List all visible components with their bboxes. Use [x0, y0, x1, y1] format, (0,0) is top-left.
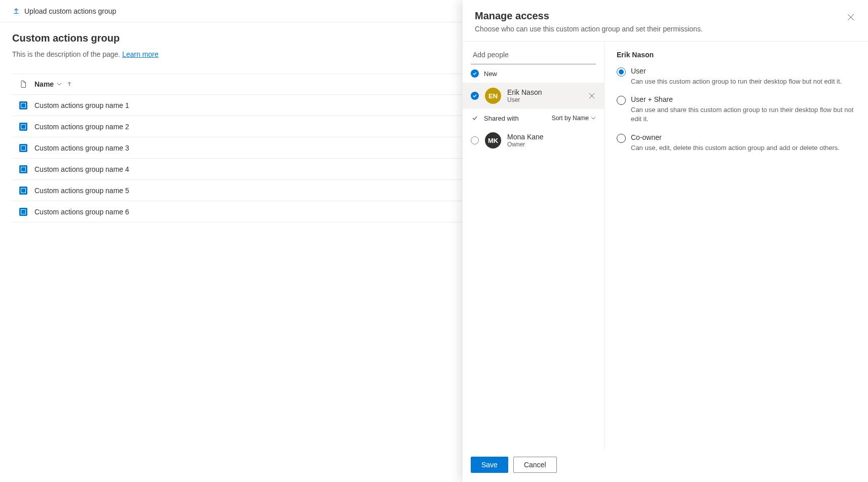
permission-label: User + Share: [631, 95, 856, 103]
permission-description: Can use this custom action group to run …: [631, 77, 842, 86]
permission-option-usershare[interactable]: User + Share Can use and share this cust…: [617, 95, 856, 124]
custom-action-icon: [19, 208, 27, 216]
row-name: Custom actions group name 1: [34, 101, 129, 109]
radio-icon: [617, 134, 626, 143]
person-role: User: [507, 96, 542, 103]
permission-label: User: [631, 67, 842, 75]
column-name-label: Name: [34, 80, 54, 88]
add-people-input[interactable]: [471, 46, 596, 64]
document-icon: [19, 80, 27, 88]
person-text: Mona Kane Owner: [507, 133, 544, 148]
person-role: Owner: [507, 141, 544, 148]
person-name: Erik Nason: [507, 88, 542, 96]
row-name: Custom actions group name 2: [34, 123, 129, 131]
manage-access-panel: Manage access Choose who can use this cu…: [463, 0, 868, 482]
shared-with-section-header[interactable]: Shared with Sort by Name: [463, 109, 604, 127]
row-type-icon: [12, 165, 34, 173]
row-type-icon: [12, 144, 34, 152]
new-section-header[interactable]: New: [463, 64, 604, 83]
shared-people-list: MK Mona Kane Owner: [463, 127, 604, 154]
permission-text: User Can use this custom action group to…: [631, 67, 842, 86]
permission-description: Can use and share this custom action gro…: [631, 105, 856, 124]
sort-ascending-icon: [67, 82, 72, 87]
panel-header: Manage access Choose who can use this cu…: [463, 0, 868, 42]
chevron-down-icon: [591, 116, 596, 121]
custom-action-icon: [19, 123, 27, 131]
panel-footer: Save Cancel: [463, 450, 868, 482]
column-file-icon[interactable]: [12, 80, 34, 88]
row-type-icon: [12, 123, 34, 131]
new-people-list: EN Erik Nason User: [463, 83, 604, 109]
new-section-toggle-icon: [471, 69, 479, 78]
person-indicator: [471, 92, 479, 100]
permission-label: Co-owner: [631, 133, 840, 141]
permissions-person-name: Erik Nason: [617, 51, 856, 59]
custom-action-icon: [19, 165, 27, 173]
upload-button-label: Upload custom actions group: [24, 7, 116, 15]
chevron-down-icon: [57, 82, 62, 87]
sort-by-label: Sort by Name: [552, 115, 589, 122]
permission-text: Co-owner Can use, edit, delete this cust…: [631, 133, 840, 153]
custom-action-icon: [19, 187, 27, 195]
row-name: Custom actions group name 5: [34, 187, 129, 195]
close-icon: [589, 93, 595, 99]
row-type-icon: [12, 187, 34, 195]
person-row[interactable]: MK Mona Kane Owner: [463, 127, 604, 154]
page-description-text: This is the description of the page.: [12, 50, 120, 58]
panel-subtitle: Choose who can use this custom action gr…: [475, 25, 856, 33]
shared-with-label: Shared with: [484, 115, 519, 122]
cancel-button[interactable]: Cancel: [513, 457, 557, 473]
panel-title: Manage access: [475, 10, 856, 22]
person-text: Erik Nason User: [507, 88, 542, 103]
avatar: EN: [485, 88, 501, 104]
person-indicator: [471, 136, 479, 144]
panel-people-column: New EN Erik Nason User Shared with Sort …: [463, 42, 605, 450]
person-row[interactable]: EN Erik Nason User: [463, 83, 604, 109]
save-button[interactable]: Save: [471, 457, 508, 473]
row-name: Custom actions group name 6: [34, 208, 129, 216]
avatar: MK: [485, 132, 501, 149]
person-name: Mona Kane: [507, 133, 544, 141]
upload-icon: [12, 7, 20, 15]
radio-icon: [617, 67, 626, 77]
permission-description: Can use, edit, delete this custom action…: [631, 143, 840, 153]
panel-permissions-column: Erik Nason User Can use this custom acti…: [605, 42, 868, 450]
row-name: Custom actions group name 3: [34, 144, 129, 152]
radio-icon: [617, 96, 626, 105]
permission-text: User + Share Can use and share this cust…: [631, 95, 856, 124]
remove-person-button[interactable]: [586, 90, 598, 102]
checkmark-icon: [471, 114, 479, 122]
row-name: Custom actions group name 4: [34, 165, 129, 173]
sort-by-button[interactable]: Sort by Name: [552, 115, 596, 122]
unselected-indicator-icon: [471, 136, 479, 144]
panel-body: New EN Erik Nason User Shared with Sort …: [463, 42, 868, 450]
permission-option-user[interactable]: User Can use this custom action group to…: [617, 67, 856, 86]
custom-action-icon: [19, 101, 27, 109]
selected-indicator-icon: [471, 92, 479, 100]
learn-more-link[interactable]: Learn more: [122, 50, 159, 58]
new-section-label: New: [484, 70, 497, 78]
row-type-icon: [12, 208, 34, 216]
row-type-icon: [12, 101, 34, 109]
upload-button[interactable]: Upload custom actions group: [10, 4, 118, 18]
close-icon: [847, 14, 854, 21]
close-panel-button[interactable]: [844, 10, 858, 24]
permissions-options: User Can use this custom action group to…: [617, 67, 856, 153]
custom-action-icon: [19, 144, 27, 152]
permission-option-coowner[interactable]: Co-owner Can use, edit, delete this cust…: [617, 133, 856, 153]
